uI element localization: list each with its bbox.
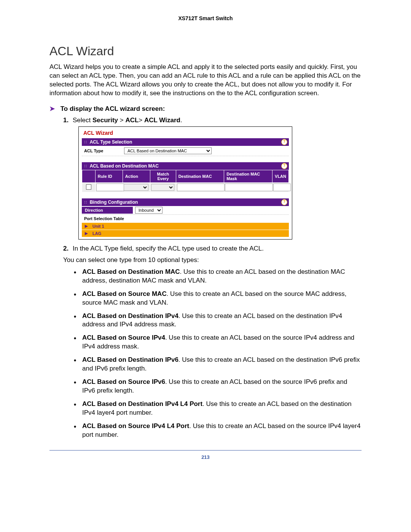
panel-title: ACL Wizard [83,130,289,136]
bullet-7-bold: ACL Based on Source IPv4 L4 Port [82,422,189,430]
step-1-bold-a: Security [92,117,118,124]
direction-row: Direction Inbound [82,206,289,214]
col-dest-mac-mask: Destination MAC Mask [224,170,272,182]
direction-label: Direction [82,207,133,214]
col-dest-mac: Destination MAC [176,170,224,182]
acl-type-row: ACL Type ACL Based on Destination MAC [82,146,289,156]
bullet-2: ACL Based on Destination IPv4. Use this … [74,312,362,329]
lag-label: LAG [92,231,101,236]
help-icon[interactable]: ? [281,163,287,169]
bullet-5-bold: ACL Based on Source IPv6 [82,378,165,385]
col-match-every: Match Every [150,170,176,182]
section-3-label: Binding Configuration [90,200,138,205]
acl-type-select[interactable]: ACL Based on Destination MAC [124,147,212,154]
grip-icon: :: [84,200,88,204]
bullet-0-bold: ACL Based on Destination MAC [82,268,180,275]
acl-type-list: ACL Based on Destination MAC. Use this t… [74,268,362,439]
bullet-6: ACL Based on Destination IPv4 L4 Port. U… [74,400,362,417]
procedure-heading-text: To display the ACL wizard screen: [61,105,165,112]
page-number: 213 [49,454,362,460]
footer-divider [49,450,362,451]
help-icon[interactable]: ? [281,139,287,145]
unit-1-row[interactable]: ▶ Unit 1 [82,222,289,230]
port-selection-table-label: Port Selection Table [82,215,289,222]
step-2: 2. In the ACL Type field, specify the AC… [63,245,362,439]
bullet-1: ACL Based on Source MAC. Use this to cre… [74,290,362,307]
rule-id-input[interactable] [96,184,124,191]
section-1-label: ACL Type Selection [90,139,132,145]
rule-table: Rule ID Action Match Every Destination M… [82,170,289,192]
step-2-number: 2. [63,245,68,252]
bullet-0: ACL Based on Destination MAC. Use this t… [74,268,362,285]
step-1-text-b: . [180,117,182,124]
bullet-2-bold: ACL Based on Destination IPv4 [82,312,178,320]
col-vlan: VLAN [272,170,289,182]
section-acl-based-on-dest-mac: :: ACL Based on Destination MAC ? [82,162,289,170]
page-header: XS712T Smart Switch [49,15,362,21]
bullet-3-bold: ACL Based on Source IPv4 [82,334,165,341]
direction-select[interactable]: Inbound [135,207,162,214]
section-binding-configuration: :: Binding Configuration ? [82,198,289,206]
rule-row [82,182,289,192]
bullet-3: ACL Based on Source IPv4. Use this to cr… [74,334,362,351]
step-1-bold-b: ACL [125,117,139,124]
screenshot-panel: ACL Wizard :: ACL Type Selection ? ACL T… [78,126,292,240]
intro-text: ACL Wizard helps you to create a simple … [49,63,362,98]
step-2-text: In the ACL Type field, specify the ACL t… [73,245,264,252]
step-1: 1. Select Security > ACL> ACL Wizard. AC… [63,117,362,240]
bullet-6-bold: ACL Based on Destination IPv4 L4 Port [82,400,202,407]
col-checkbox [82,170,96,182]
step-1-text-a: Select [73,117,92,124]
bullet-4: ACL Based on Destination IPv6. Use this … [74,356,362,373]
row-checkbox[interactable] [86,184,91,190]
action-select[interactable] [124,184,149,191]
grip-icon: :: [84,140,88,144]
bullet-5: ACL Based on Source IPv6. Use this to cr… [74,378,362,395]
dest-mac-input[interactable] [177,184,225,191]
section-2-label: ACL Based on Destination MAC [90,163,159,169]
lag-row[interactable]: ▶ LAG [82,230,289,237]
triangle-icon: ➤ [49,105,55,112]
acl-type-label: ACL Type [84,149,124,153]
unit-1-label: Unit 1 [92,224,104,228]
expand-icon: ▶ [85,231,88,235]
step-1-sep-a: > [118,117,125,124]
col-rule-id: Rule ID [95,170,123,182]
expand-icon: ▶ [85,224,88,228]
step-1-bold-c: ACL Wizard [144,117,180,124]
bullet-4-bold: ACL Based on Destination IPv6 [82,356,178,363]
bullet-7: ACL Based on Source IPv4 L4 Port. Use th… [74,422,362,439]
page-title: ACL Wizard [49,44,362,58]
grip-icon: :: [84,164,88,168]
step-1-sep-b: > [139,117,144,124]
match-every-select[interactable] [151,184,174,191]
bullet-1-bold: ACL Based on Source MAC [82,290,167,297]
step-2-subtext: You can select one type from 10 optional… [63,256,362,264]
help-icon[interactable]: ? [281,199,287,205]
dest-mac-mask-input[interactable] [225,184,272,191]
procedure-heading: ➤ To display the ACL wizard screen: [49,105,362,113]
col-action: Action [123,170,150,182]
section-acl-type-selection: :: ACL Type Selection ? [82,138,289,146]
vlan-input[interactable] [273,184,291,191]
step-1-number: 1. [63,117,68,124]
